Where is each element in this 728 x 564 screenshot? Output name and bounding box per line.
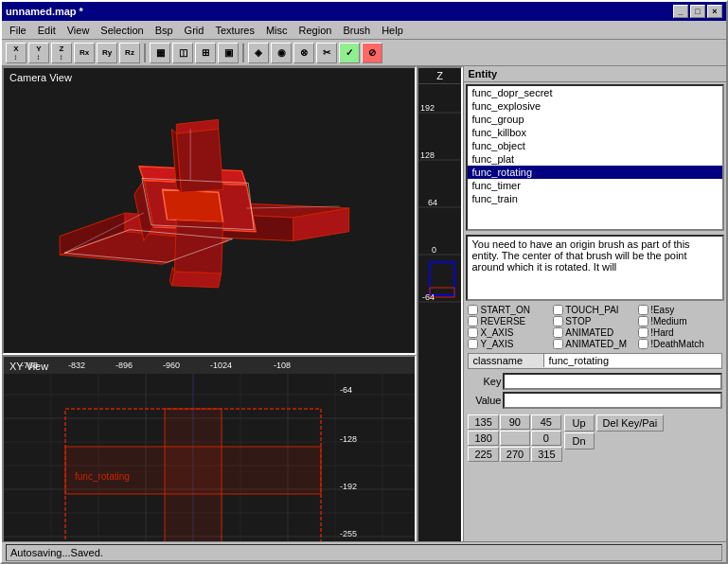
menu-misc[interactable]: Misc	[260, 21, 293, 40]
tool-4[interactable]: ▣	[218, 43, 239, 63]
entity-item-3[interactable]: func_killbox	[468, 126, 722, 139]
cb-touch-pain[interactable]	[553, 305, 563, 315]
checkbox-easy[interactable]: !Easy	[638, 305, 722, 315]
checkbox-stop[interactable]: STOP	[553, 316, 637, 326]
rot-z-button[interactable]: Rz	[119, 43, 140, 63]
rot-y-button[interactable]: Ry	[97, 43, 117, 63]
key-label: Key	[468, 376, 501, 387]
cb-easy-label: !Easy	[650, 305, 674, 315]
menu-bsp[interactable]: Bsp	[150, 21, 179, 40]
menu-file[interactable]: File	[4, 21, 32, 40]
flip-z-button[interactable]: Z↕	[51, 43, 72, 63]
minimize-button[interactable]: _	[673, 5, 688, 18]
entity-header: Entity	[464, 66, 726, 82]
tool-3[interactable]: ⊞	[195, 43, 216, 63]
cb-easy[interactable]	[638, 305, 648, 315]
value-input[interactable]	[503, 392, 722, 409]
prop-val-classname: func_rotating	[544, 354, 721, 367]
tool-1[interactable]: ▦	[150, 43, 170, 63]
cb-deathmatch[interactable]	[638, 339, 648, 349]
btn-135[interactable]: 135	[468, 414, 498, 430]
checkbox-start-on[interactable]: START_ON	[468, 305, 552, 315]
tool-9[interactable]: ✓	[339, 43, 360, 63]
title-bar-buttons: _ □ ×	[673, 5, 722, 18]
z-panel: Z 192 128 64 0	[417, 66, 464, 564]
checkbox-hard[interactable]: !Hard	[638, 327, 722, 338]
cb-xaxis[interactable]	[468, 327, 478, 338]
entity-item-4[interactable]: func_object	[468, 139, 722, 152]
svg-marker-10	[163, 189, 223, 221]
close-button[interactable]: ×	[707, 5, 722, 18]
tool-10[interactable]: ⊘	[362, 43, 382, 63]
entity-item-2[interactable]: func_group	[468, 113, 722, 126]
prop-key-classname: classname	[469, 354, 544, 367]
svg-text:-1024: -1024	[210, 361, 232, 370]
side-buttons: Up Dn	[564, 414, 595, 449]
checkbox-deathmatch[interactable]: !DeathMatch	[638, 339, 722, 349]
checkbox-yaxis[interactable]: Y_AXIS	[468, 339, 552, 349]
cb-yaxis-label: Y_AXIS	[480, 339, 513, 349]
maximize-button[interactable]: □	[690, 5, 705, 18]
checkbox-xaxis[interactable]: X_AXIS	[468, 327, 552, 338]
menu-textures[interactable]: Textures	[209, 21, 260, 40]
entity-item-6[interactable]: func_rotating	[468, 166, 722, 179]
flip-y-button[interactable]: Y↕	[28, 43, 49, 63]
cb-reverse[interactable]	[468, 316, 478, 326]
cb-animated-m[interactable]	[553, 339, 563, 349]
entity-item-0[interactable]: func_dopr_secret	[468, 86, 722, 99]
btn-270[interactable]: 270	[500, 447, 530, 462]
btn-blank[interactable]	[500, 431, 530, 446]
checkbox-reverse[interactable]: REVERSE	[468, 316, 552, 326]
camera-scene	[4, 68, 415, 353]
tool-7[interactable]: ⊗	[293, 43, 314, 63]
entity-item-1[interactable]: func_explosive	[468, 99, 722, 113]
menu-edit[interactable]: Edit	[32, 21, 62, 40]
checkbox-touch-pain[interactable]: TOUCH_PAI	[553, 305, 637, 315]
btn-90[interactable]: 90	[500, 414, 530, 430]
btn-225[interactable]: 225	[468, 447, 498, 462]
dn-button[interactable]: Dn	[564, 432, 595, 449]
tool-8[interactable]: ✂	[316, 43, 337, 63]
key-input[interactable]	[503, 373, 722, 390]
btn-315[interactable]: 315	[531, 447, 561, 462]
toolbar-sep-2	[242, 44, 244, 62]
menu-selection[interactable]: Selection	[95, 21, 149, 40]
entity-list[interactable]: func_dopr_secret func_explosive func_gro…	[466, 84, 724, 231]
checkbox-animated[interactable]: ANIMATED	[553, 327, 637, 338]
checkbox-animated-m[interactable]: ANIMATED_M	[553, 339, 637, 349]
num-grid: 135 90 45 180 0 225 270 315	[468, 414, 561, 462]
cb-yaxis[interactable]	[468, 339, 478, 349]
svg-text:-192: -192	[340, 482, 357, 491]
entity-item-7[interactable]: func_timer	[468, 179, 722, 192]
btn-180[interactable]: 180	[468, 431, 498, 446]
menu-region[interactable]: Region	[293, 21, 338, 40]
menu-grid[interactable]: Grid	[179, 21, 210, 40]
up-button[interactable]: Up	[564, 414, 595, 432]
cb-stop[interactable]	[553, 316, 563, 326]
rot-x-button[interactable]: Rx	[74, 43, 95, 63]
checkbox-medium[interactable]: !Medium	[638, 316, 722, 326]
flip-x-button[interactable]: X↕	[6, 43, 27, 63]
btn-45[interactable]: 45	[531, 414, 561, 430]
content-area: Camera View	[2, 66, 726, 564]
cb-animated[interactable]	[553, 327, 563, 338]
cb-medium[interactable]	[638, 316, 648, 326]
menu-help[interactable]: Help	[376, 21, 409, 40]
tool-2[interactable]: ◫	[172, 43, 193, 63]
menu-brush[interactable]: Brush	[337, 21, 376, 40]
tool-5[interactable]: ◈	[248, 43, 269, 63]
cb-start-on-label: START_ON	[480, 305, 529, 315]
status-text: Autosaving...Saved.	[6, 544, 722, 561]
tool-6[interactable]: ◉	[271, 43, 292, 63]
btn-0[interactable]: 0	[531, 431, 561, 446]
xy-view[interactable]: XY View -768 -832 -896 -960 -1024	[2, 355, 417, 564]
cb-hard[interactable]	[638, 327, 648, 338]
entity-item-8[interactable]: func_train	[468, 192, 722, 205]
del-button[interactable]: Del Key/Pai	[596, 414, 664, 432]
cb-deathmatch-label: !DeathMatch	[650, 339, 704, 349]
entity-item-5[interactable]: func_plat	[468, 152, 722, 166]
cb-start-on[interactable]	[468, 305, 478, 315]
toolbar: X↕ Y↕ Z↕ Rx Ry Rz ▦ ◫ ⊞ ▣ ◈ ◉ ⊗ ✂ ✓ ⊘	[2, 40, 726, 66]
menu-view[interactable]: View	[62, 21, 96, 40]
svg-text:-108: -108	[274, 361, 291, 370]
